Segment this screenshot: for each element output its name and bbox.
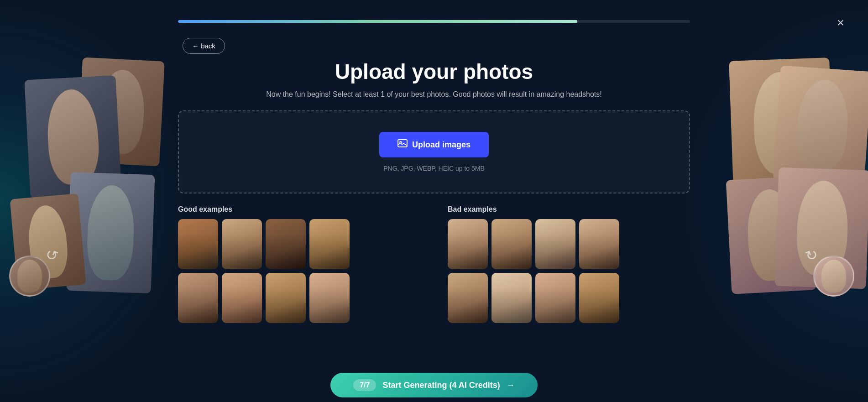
good-example-img-7 — [266, 273, 306, 323]
left-photo-circle — [9, 256, 50, 297]
progress-bar-container — [178, 20, 690, 23]
upload-hint: PNG, JPG, WEBP, HEIC up to 5MB — [383, 165, 484, 172]
bad-examples-group: Bad examples — [448, 205, 690, 323]
upload-icon — [397, 138, 408, 151]
good-example-img-2 — [222, 219, 262, 269]
main-content: Upload your photos Now the fun begins! S… — [178, 50, 690, 402]
examples-section: Good examples Bad examples — [178, 205, 690, 323]
good-example-img-5 — [178, 273, 218, 323]
upload-button-label: Upload images — [412, 140, 471, 150]
right-photo-circle — [813, 256, 854, 297]
bad-example-img-5 — [448, 273, 488, 323]
start-generating-button[interactable]: 7/7 Start Generating (4 AI Credits) → — [330, 373, 538, 397]
generate-bar: 7/7 Start Generating (4 AI Credits) → — [0, 373, 868, 402]
page-subtitle: Now the fun begins! Select at least 1 of… — [266, 90, 602, 99]
progress-bar-fill — [178, 20, 577, 23]
bad-examples-title: Bad examples — [448, 205, 690, 214]
bad-examples-row1 — [448, 219, 690, 269]
good-examples-row1 — [178, 219, 420, 269]
bad-example-img-6 — [492, 273, 532, 323]
page-title: Upload your photos — [335, 59, 533, 84]
good-example-img-1 — [178, 219, 218, 269]
bad-example-img-2 — [492, 219, 532, 269]
generate-button-label: Start Generating (4 AI Credits) — [382, 381, 500, 390]
bad-examples-row2 — [448, 273, 690, 323]
bad-example-img-1 — [448, 219, 488, 269]
close-button[interactable]: × — [831, 14, 850, 32]
bad-example-img-3 — [535, 219, 575, 269]
good-example-img-3 — [266, 219, 306, 269]
generate-arrow-icon: → — [507, 381, 515, 390]
good-example-img-8 — [309, 273, 350, 323]
good-example-img-4 — [309, 219, 350, 269]
good-examples-group: Good examples — [178, 205, 420, 323]
good-examples-title: Good examples — [178, 205, 420, 214]
bad-example-img-7 — [535, 273, 575, 323]
count-badge: 7/7 — [353, 379, 376, 391]
good-examples-row2 — [178, 273, 420, 323]
bad-example-img-4 — [579, 219, 619, 269]
upload-dropzone[interactable]: Upload images PNG, JPG, WEBP, HEIC up to… — [178, 110, 690, 193]
upload-images-button[interactable]: Upload images — [379, 132, 489, 157]
good-example-img-6 — [222, 273, 262, 323]
right-photos-collage: ↺ — [699, 59, 868, 342]
bad-example-img-8 — [579, 273, 619, 323]
left-photos-collage: ↺ — [0, 59, 169, 342]
